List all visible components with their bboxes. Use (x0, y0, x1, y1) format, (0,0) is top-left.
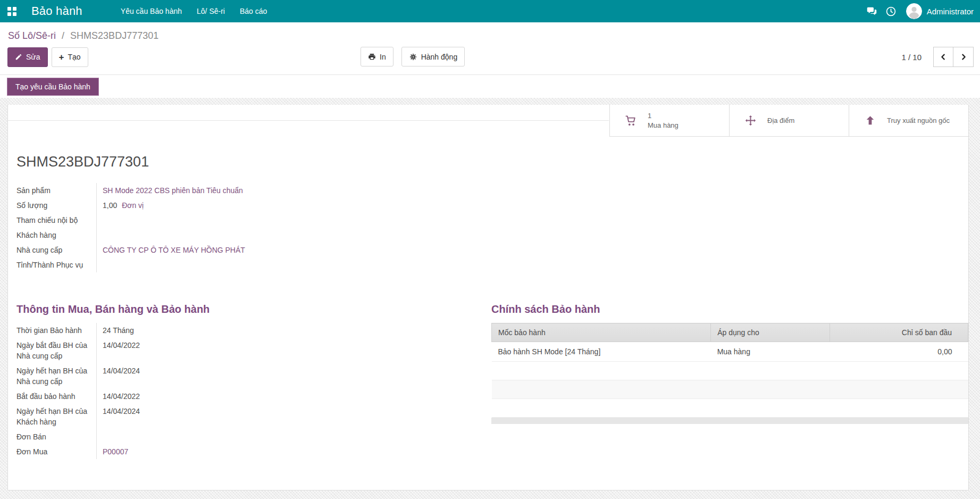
nav-menus: Yêu cầu Bảo hành Lô/ Sê-ri Báo cáo (113, 1, 275, 22)
control-buttons-row: Sửa + Tạo In Hành động 1 / 10 (0, 47, 980, 67)
service-province-value (97, 257, 389, 272)
field-label: Sản phẩm (16, 183, 97, 198)
stat-button-location[interactable]: Địa điểm (729, 105, 849, 137)
menu-warranty-claims[interactable]: Yêu cầu Bảo hành (113, 1, 189, 22)
column-header-applied-to[interactable]: Áp dụng cho (711, 323, 830, 342)
field-row-vendor-warranty-start: Ngày bắt đầu BH của Nhà cung cấp 14/04/2… (16, 338, 357, 363)
pencil-icon (15, 53, 22, 61)
sale-order-value (97, 429, 357, 444)
field-row-customer-warranty-end: Ngày hết hạn BH của Khách hàng 14/04/202… (16, 404, 357, 429)
uom-link[interactable]: Đơn vị (122, 201, 144, 210)
gear-icon (409, 53, 417, 61)
chat-icon[interactable] (862, 0, 882, 22)
pager: 1 / 10 (901, 47, 974, 67)
field-row-service-province: Tỉnh/Thành Phục vụ (16, 257, 389, 272)
apps-grid-icon[interactable] (7, 7, 16, 16)
vendor-warranty-end-value: 14/04/2024 (97, 363, 357, 389)
vendor-link[interactable]: CÔNG TY CP Ô TÔ XE MÁY HỒNG PHÁT (103, 246, 245, 254)
clock-icon[interactable] (882, 0, 901, 22)
field-row-quantity: Số lượng 1,00 Đơn vị (16, 198, 389, 213)
stat-button-box: 1 Mua hàng Địa điểm Truy xuất nguồn gốc (8, 105, 968, 137)
field-row-internal-ref: Tham chiếu nội bộ (16, 213, 389, 228)
print-button[interactable]: In (361, 47, 393, 66)
empty-table-row (492, 380, 968, 399)
cell-applied-to: Mua hàng (711, 342, 830, 362)
empty-table-row (492, 362, 968, 380)
button-box-divider (8, 105, 609, 121)
pager-text: 1 / 10 (901, 53, 922, 62)
field-label: Đơn Bán (16, 429, 97, 444)
field-row-sale-order: Đơn Bán (16, 429, 357, 444)
warranty-policy-table: Mốc bảo hành Áp dụng cho Chỉ số ban đầu … (491, 323, 968, 418)
chevron-left-icon (939, 53, 948, 61)
field-row-vendor: Nhà cung cấp CÔNG TY CP Ô TÔ XE MÁY HỒNG… (16, 243, 389, 257)
page: Bảo hành Yêu cầu Bảo hành Lô/ Sê-ri Báo … (0, 0, 980, 499)
stat-location-label: Địa điểm (767, 117, 794, 124)
breadcrumb-separator: / (62, 30, 64, 41)
shopping-cart-icon (625, 114, 637, 127)
product-link[interactable]: SH Mode 2022 CBS phiên bản Tiêu chuẩn (103, 186, 243, 195)
statusbar: Tạo yêu cầu Bảo hành (0, 75, 980, 98)
customer-warranty-end-value: 14/04/2024 (97, 404, 357, 429)
field-label: Ngày hết hạn BH của Nhà cung cấp (16, 363, 97, 389)
column-header-initial-index[interactable]: Chỉ số ban đầu (830, 323, 968, 342)
warranty-info-section: Thông tin Mua, Bán hàng và Bảo hành Thời… (16, 303, 483, 459)
policy-table-row[interactable]: Bảo hành SH Mode [24 Tháng] Mua hàng 0,0… (492, 342, 968, 362)
avatar (906, 3, 922, 19)
field-row-warranty-duration: Thời gian Bảo hành 24 Tháng (16, 323, 357, 338)
printer-icon (368, 53, 376, 61)
pager-previous-button[interactable] (933, 47, 953, 67)
control-panel: Số Lô/Sê-ri / SHMS23BDJ777301 Sửa + Tạo … (0, 22, 980, 75)
cell-initial-index: 0,00 (830, 342, 968, 362)
action-button[interactable]: Hành động (401, 47, 465, 66)
stat-traceability-label: Truy xuất nguồn gốc (887, 117, 950, 124)
print-action-group: In Hành động (361, 47, 465, 66)
breadcrumb-current: SHMS23BDJ777301 (70, 30, 158, 41)
main-field-group: Sản phẩm SH Mode 2022 CBS phiên bản Tiêu… (16, 183, 389, 272)
field-label: Số lượng (16, 198, 97, 213)
field-label: Tham chiếu nội bộ (16, 213, 97, 228)
purchase-order-link[interactable]: P00007 (103, 447, 128, 456)
field-label: Thời gian Bảo hành (16, 323, 97, 338)
user-menu[interactable]: Administrator (906, 3, 974, 19)
internal-ref-value (97, 213, 389, 228)
edit-button[interactable]: Sửa (7, 47, 48, 67)
menu-reports[interactable]: Báo cáo (232, 1, 274, 22)
stat-button-purchases[interactable]: 1 Mua hàng (609, 105, 729, 137)
pager-next-button[interactable] (953, 47, 974, 67)
arrow-up-icon (864, 114, 876, 127)
warranty-policy-section: Chính sách Bảo hành Mốc bảo hành Áp dụng… (483, 303, 968, 424)
field-label: Ngày hết hạn BH của Khách hàng (16, 404, 97, 429)
warranty-start-value: 14/04/2022 (97, 389, 357, 404)
vendor-warranty-start-value: 14/04/2022 (97, 338, 357, 363)
field-row-vendor-warranty-end: Ngày hết hạn BH của Nhà cung cấp 14/04/2… (16, 363, 357, 389)
app-title[interactable]: Bảo hành (31, 4, 82, 18)
plus-icon: + (59, 53, 64, 62)
top-nav: Bảo hành Yêu cầu Bảo hành Lô/ Sê-ri Báo … (0, 0, 980, 22)
create-warranty-claim-button[interactable]: Tạo yêu cầu Bảo hành (7, 78, 99, 96)
bottom-groups: Thông tin Mua, Bán hàng và Bảo hành Thời… (8, 303, 968, 459)
breadcrumb: Số Lô/Sê-ri / SHMS23BDJ777301 (0, 22, 980, 47)
breadcrumb-parent-link[interactable]: Số Lô/Sê-ri (8, 30, 56, 41)
chevron-right-icon (959, 53, 968, 61)
create-button[interactable]: + Tạo (52, 47, 88, 67)
column-header-milestone[interactable]: Mốc bảo hành (492, 323, 711, 342)
arrows-move-icon (744, 114, 757, 127)
field-label: Bắt đầu bảo hành (16, 389, 97, 404)
record-title: SHMS23BDJ777301 (16, 154, 968, 170)
warranty-info-heading: Thông tin Mua, Bán hàng và Bảo hành (16, 303, 483, 315)
field-row-product: Sản phẩm SH Mode 2022 CBS phiên bản Tiêu… (16, 183, 389, 198)
stat-purchases-value: 1 (648, 111, 679, 121)
field-label: Khách hàng (16, 228, 97, 243)
table-footer-bar (491, 418, 968, 424)
customer-value (97, 228, 389, 243)
menu-lot-serial[interactable]: Lô/ Sê-ri (189, 1, 232, 22)
field-label: Ngày bắt đầu BH của Nhà cung cấp (16, 338, 97, 363)
warranty-policy-heading: Chính sách Bảo hành (491, 303, 968, 315)
field-label: Tỉnh/Thành Phục vụ (16, 257, 97, 272)
quantity-value: 1,00 (103, 201, 117, 210)
stat-purchases-label: Mua hàng (648, 121, 679, 129)
user-name: Administrator (927, 7, 974, 16)
form-background: 1 Mua hàng Địa điểm Truy xuất nguồn gốc … (0, 98, 980, 490)
stat-button-traceability[interactable]: Truy xuất nguồn gốc (849, 105, 968, 137)
